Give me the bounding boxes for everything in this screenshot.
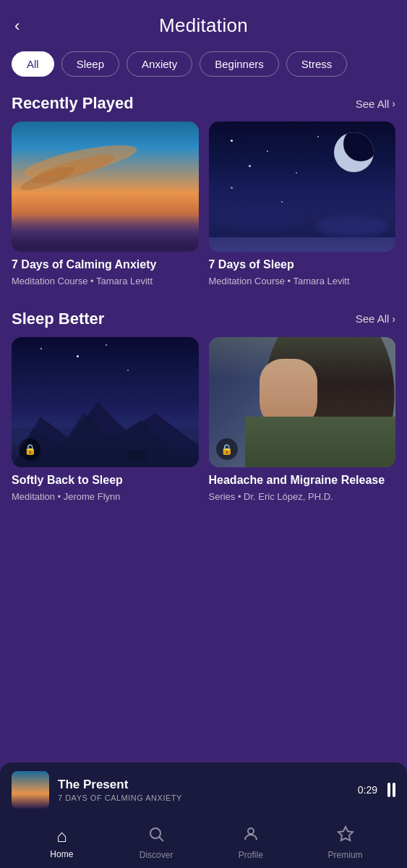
pause-bar-left xyxy=(387,783,390,797)
star-3 xyxy=(249,165,251,167)
filter-pill-stress[interactable]: Stress xyxy=(286,51,348,77)
nav-discover[interactable]: Discover xyxy=(109,825,204,860)
card-calming-anxiety-subtitle: Meditation Course • Tamara Levitt xyxy=(12,275,199,288)
light-overlay xyxy=(209,337,396,380)
card-calming-anxiety-title: 7 Days of Calming Anxiety xyxy=(12,258,199,273)
mtn-star-3 xyxy=(106,344,107,346)
now-playing-title: The Present xyxy=(58,778,349,792)
person-icon xyxy=(242,825,260,847)
now-playing-subtitle: 7 DAYS OF CALMING ANXIETY xyxy=(58,793,349,802)
card-mountain-image: 🔒 xyxy=(12,337,199,467)
lock-badge-1: 🔒 xyxy=(19,438,40,460)
rock-2 xyxy=(127,450,145,461)
nav-premium-label: Premium xyxy=(328,850,363,860)
card-headache-migraine[interactable]: 🔒 Headache and Migraine Release Series •… xyxy=(209,337,396,503)
nav-discover-label: Discover xyxy=(140,850,173,860)
card-sleep-image xyxy=(209,122,396,252)
see-all-chevron-icon: › xyxy=(392,98,395,109)
svg-point-2 xyxy=(150,828,160,838)
svg-marker-5 xyxy=(338,827,353,841)
card-calming-anxiety[interactable]: 7 Days of Calming Anxiety Meditation Cou… xyxy=(12,122,199,288)
nav-home-label: Home xyxy=(50,849,73,859)
nav-home[interactable]: ⌂ Home xyxy=(14,826,109,859)
night-bg xyxy=(209,122,396,252)
recently-played-see-all[interactable]: See All › xyxy=(356,98,395,110)
progress-time: 0:29 xyxy=(358,784,377,796)
card-sleep-subtitle: Meditation Course • Tamara Levitt xyxy=(209,275,396,288)
card-7-days-sleep[interactable]: 7 Days of Sleep Meditation Course • Tama… xyxy=(209,122,396,288)
card-mountain-subtitle: Meditation • Jerome Flynn xyxy=(12,490,199,503)
star-1 xyxy=(231,140,233,142)
card-softly-back-to-sleep[interactable]: 🔒 Softly Back to Sleep Meditation • Jero… xyxy=(12,337,199,503)
mtn-star-1 xyxy=(40,348,42,349)
bottom-nav: ⌂ Home Discover Profile Premium xyxy=(0,817,407,868)
filter-pill-all[interactable]: All xyxy=(12,51,54,77)
filter-pill-beginners[interactable]: Beginners xyxy=(200,51,279,77)
filter-pill-sleep[interactable]: Sleep xyxy=(61,51,119,77)
home-icon: ⌂ xyxy=(56,826,67,846)
horizon-gradient xyxy=(12,216,199,252)
nav-premium[interactable]: Premium xyxy=(298,825,393,860)
now-playing-thumbnail xyxy=(12,771,49,809)
now-playing-info: The Present 7 DAYS OF CALMING ANXIETY xyxy=(58,778,349,802)
filter-bar: AllSleepAnxietyBeginnersStress xyxy=(0,44,407,87)
card-portrait-title: Headache and Migraine Release xyxy=(209,473,396,488)
svg-point-4 xyxy=(248,828,254,834)
star-4 xyxy=(296,172,297,174)
pause-button[interactable] xyxy=(387,783,395,797)
filter-pill-anxiety[interactable]: Anxiety xyxy=(127,51,192,77)
sleep-better-grid: 🔒 Softly Back to Sleep Meditation • Jero… xyxy=(0,337,407,518)
cloud-shape-2 xyxy=(316,216,388,237)
mtn-star-4 xyxy=(127,370,129,371)
now-playing-controls: 0:29 xyxy=(358,783,395,797)
recently-played-grid: 7 Days of Calming Anxiety Meditation Cou… xyxy=(0,122,407,302)
sleep-better-title: Sleep Better xyxy=(12,310,104,328)
moon xyxy=(334,132,374,172)
sunset-bg xyxy=(12,122,199,252)
portrait-bg: 🔒 xyxy=(209,337,396,467)
mountain-bg: 🔒 xyxy=(12,337,199,467)
star-5 xyxy=(317,136,319,137)
pause-bar-right xyxy=(393,783,395,797)
back-button[interactable]: ‹ xyxy=(14,17,20,35)
star-2 xyxy=(267,150,268,152)
header: ‹ Meditation xyxy=(0,0,407,44)
now-playing-bar: The Present 7 DAYS OF CALMING ANXIETY 0:… xyxy=(0,762,407,817)
card-portrait-subtitle: Series • Dr. Eric López, PH.D. xyxy=(209,490,396,503)
star-icon xyxy=(337,825,354,847)
nav-profile[interactable]: Profile xyxy=(204,825,299,860)
nav-profile-label: Profile xyxy=(239,850,263,860)
recently-played-header: Recently Played See All › xyxy=(0,87,407,122)
card-portrait-image: 🔒 xyxy=(209,337,396,467)
star-6 xyxy=(231,187,233,189)
lock-badge-2: 🔒 xyxy=(216,438,238,460)
pause-icon xyxy=(387,783,395,797)
recently-played-title: Recently Played xyxy=(12,94,134,113)
card-mountain-title: Softly Back to Sleep xyxy=(12,473,199,488)
svg-line-3 xyxy=(160,838,164,842)
page-title: Meditation xyxy=(159,14,248,37)
mtn-star-2 xyxy=(77,355,79,357)
card-sleep-title: 7 Days of Sleep xyxy=(209,258,396,273)
sleep-better-see-all[interactable]: See All › xyxy=(356,312,395,325)
sleep-better-header: Sleep Better See All › xyxy=(0,302,407,337)
body-shape xyxy=(245,417,396,467)
sleep-better-chevron-icon: › xyxy=(392,313,395,325)
card-calming-anxiety-image xyxy=(12,122,199,252)
search-icon xyxy=(147,825,165,847)
cloud-shape-1 xyxy=(216,205,303,230)
